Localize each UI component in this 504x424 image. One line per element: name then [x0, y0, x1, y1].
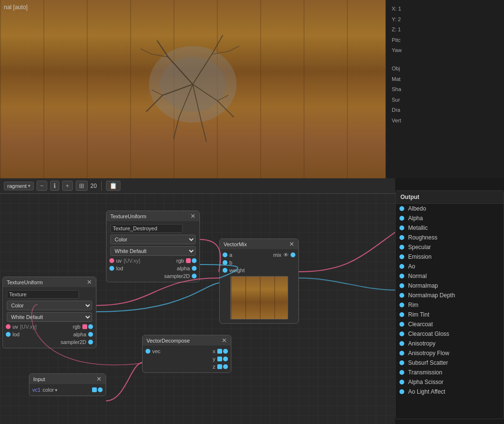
output-dot-15 [399, 351, 404, 356]
vector-decompose-close[interactable]: ✕ [222, 337, 227, 344]
output-item-ao-light-affect[interactable]: Ao Light Affect [396, 387, 504, 397]
rgb-port-right-1[interactable] [186, 258, 191, 263]
uv-port-left-1[interactable] [109, 258, 114, 263]
rgb-port-dot-1[interactable] [192, 258, 197, 263]
obj-info: Obj [390, 64, 500, 74]
output-item-albedo[interactable]: Albedo [396, 204, 504, 213]
x-port-right[interactable] [223, 349, 228, 354]
output-item-metallic[interactable]: Metallic [396, 223, 504, 233]
output-item-subsurf-scatter[interactable]: Subsurf Scatter [396, 358, 504, 368]
z-port-right[interactable] [223, 364, 228, 369]
input-close[interactable]: ✕ [96, 376, 102, 382]
output-dot-13 [399, 331, 404, 336]
vector-decompose-header[interactable]: VectorDecompose ✕ [143, 335, 231, 345]
mode-dropdown[interactable]: ragment ▾ [4, 182, 34, 190]
output-item-normalmap[interactable]: Normalmap [396, 281, 504, 291]
output-label-11: Rim Tint [408, 311, 429, 318]
arrange-button[interactable]: ⊞ [76, 181, 88, 191]
output-label-13: Clearcoat Gloss [408, 331, 449, 337]
b-port-left[interactable] [223, 260, 227, 265]
input-body: vc1 color ▾ [29, 384, 106, 396]
y-port-right[interactable] [223, 357, 228, 361]
script-button[interactable]: 📋 [106, 181, 120, 191]
lod-port-left-2[interactable] [6, 332, 11, 337]
output-item-clearcoat-gloss[interactable]: Clearcoat Gloss [396, 329, 504, 339]
texture-name-row-1: Texture_Destroyed [106, 223, 199, 234]
sampler-port-right-2[interactable] [88, 340, 93, 344]
lod-row-2: lod alpha [3, 331, 96, 338]
node-editor-canvas[interactable]: TextureUniform ✕ Texture_Destroyed Color… [0, 194, 395, 424]
input-header[interactable]: Input ✕ [29, 374, 106, 384]
alpha-port-right-1[interactable] [192, 266, 197, 271]
output-label-17: Transmission [408, 369, 442, 376]
zoom-in-button[interactable]: + [62, 181, 73, 191]
z-label: z [213, 364, 216, 370]
vector-mix-node: VectorMix ✕ a mix 👁 b weight [219, 238, 299, 324]
output-item-normalmap-depth[interactable]: Normalmap Depth [396, 291, 504, 300]
channel-select-2[interactable]: Color [7, 301, 92, 310]
x-port-square[interactable] [217, 349, 222, 354]
output-item-rim[interactable]: Rim [396, 300, 504, 310]
vec-row: vec x [143, 347, 231, 355]
texture-uniform-header-2[interactable]: TextureUniform ✕ [3, 277, 96, 287]
zoom-out-button[interactable]: − [37, 181, 47, 191]
lod-label-2: lod [13, 331, 20, 337]
alpha-port-right-2[interactable] [88, 332, 93, 337]
texture-uniform-close-1[interactable]: ✕ [190, 213, 196, 219]
visibility-icon[interactable]: 👁 [283, 252, 289, 258]
a-label: a [229, 252, 232, 258]
output-dot-10 [399, 303, 404, 307]
output-item-alpha-scissor[interactable]: Alpha Scissor [396, 377, 504, 387]
output-item-emission[interactable]: Emission [396, 252, 504, 262]
info-button[interactable]: ℹ [50, 181, 59, 191]
z-port-square[interactable] [217, 364, 222, 369]
viewport-mode-bracket: [auto] [13, 4, 27, 11]
texture-name-input-1[interactable]: Texture_Destroyed [110, 224, 183, 233]
output-item-specular[interactable]: Specular [396, 242, 504, 252]
vector-mix-close[interactable]: ✕ [289, 241, 294, 247]
output-dot-7 [399, 274, 404, 278]
y-port-square[interactable] [217, 357, 222, 361]
channel-select-1[interactable]: Color [110, 235, 196, 244]
uv-port-left-2[interactable] [6, 324, 11, 329]
lod-port-left-1[interactable] [109, 266, 114, 271]
toolbar-divider [101, 181, 102, 191]
mix-port-right[interactable] [291, 252, 295, 257]
output-item-clearcoat[interactable]: Clearcoat [396, 319, 504, 329]
output-item-anisotropy[interactable]: Anisotropy [396, 339, 504, 348]
texture-uniform-header-1[interactable]: TextureUniform ✕ [106, 211, 199, 221]
output-dot-18 [399, 380, 404, 384]
vec-port-left[interactable] [146, 349, 150, 354]
texture-name-input-2[interactable]: Texture [7, 290, 79, 299]
output-item-transmission[interactable]: Transmission [396, 368, 504, 377]
output-panel: Output AlbedoAlphaMetallicRoughnessSpecu… [395, 190, 504, 419]
color-chevron-icon[interactable]: ▾ [55, 387, 57, 393]
rgb-label-1: rgb [176, 258, 184, 264]
output-item-roughness[interactable]: Roughness [396, 233, 504, 242]
output-dot-14 [399, 341, 404, 346]
default-select-1[interactable]: White Default [110, 246, 196, 256]
output-item-rim-tint[interactable]: Rim Tint [396, 310, 504, 319]
sampler-port-right-1[interactable] [192, 274, 197, 278]
output-item-ao[interactable]: Ao [396, 262, 504, 271]
weight-port-left[interactable] [223, 268, 227, 273]
output-item-normal[interactable]: Normal [396, 271, 504, 281]
color-port-right[interactable] [98, 387, 103, 392]
color-port-square[interactable] [92, 387, 97, 392]
default-select-2[interactable]: White Default [7, 312, 92, 322]
vector-mix-header[interactable]: VectorMix ✕ [220, 239, 298, 249]
texture-uniform-close-2[interactable]: ✕ [87, 279, 92, 285]
output-item-anisotropy-flow[interactable]: Anisotropy Flow [396, 348, 504, 358]
pitch: Pitc [390, 35, 500, 46]
rgb-port-right-2[interactable] [82, 324, 87, 329]
vector-decompose-node: VectorDecompose ✕ vec x y z [142, 335, 231, 373]
coord-z: Z: 1 [390, 25, 500, 35]
yaw: Yaw [390, 45, 500, 56]
output-items-container: AlbedoAlphaMetallicRoughnessSpecularEmis… [396, 204, 504, 397]
z-row: z [143, 363, 231, 371]
output-item-alpha[interactable]: Alpha [396, 213, 504, 223]
a-port-left[interactable] [223, 252, 227, 257]
info-icon: ℹ [53, 182, 56, 189]
sampler-label-2: sampler2D [61, 339, 86, 345]
rgb-port-dot-2[interactable] [88, 324, 93, 329]
